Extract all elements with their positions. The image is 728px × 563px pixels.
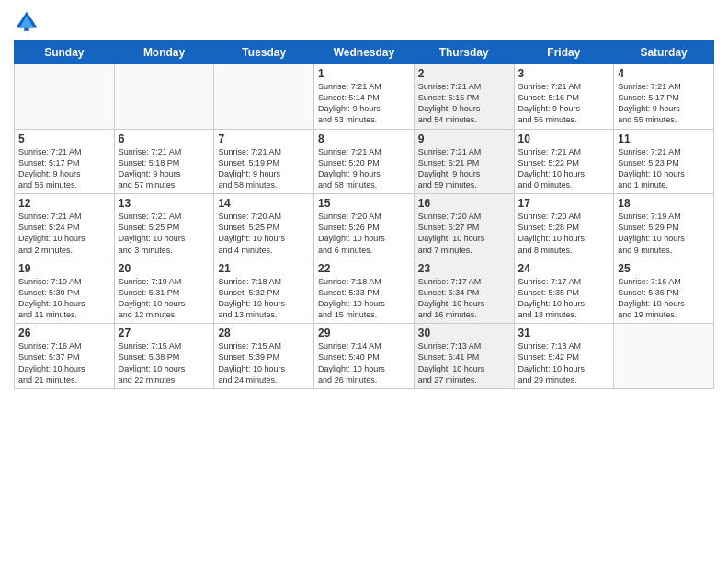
day-number: 24 (518, 262, 610, 275)
day-info: Sunrise: 7:15 AM Sunset: 5:39 PM Dayligh… (218, 340, 310, 385)
day-info: Sunrise: 7:18 AM Sunset: 5:32 PM Dayligh… (218, 276, 310, 321)
logo (14, 9, 43, 35)
header (14, 9, 714, 35)
header-cell-monday: Monday (114, 41, 214, 64)
day-number: 7 (218, 132, 310, 145)
day-info: Sunrise: 7:21 AM Sunset: 5:14 PM Dayligh… (318, 81, 410, 126)
day-number: 22 (318, 262, 410, 275)
week-row-3: 12Sunrise: 7:21 AM Sunset: 5:24 PM Dayli… (15, 194, 714, 259)
header-cell-sunday: Sunday (15, 41, 115, 64)
day-cell (214, 64, 314, 130)
day-number: 4 (618, 67, 710, 80)
day-cell: 17Sunrise: 7:20 AM Sunset: 5:28 PM Dayli… (514, 194, 614, 259)
day-info: Sunrise: 7:16 AM Sunset: 5:36 PM Dayligh… (618, 276, 710, 321)
logo-icon (14, 9, 40, 35)
day-number: 12 (18, 197, 110, 210)
day-info: Sunrise: 7:21 AM Sunset: 5:22 PM Dayligh… (518, 146, 610, 191)
day-info: Sunrise: 7:19 AM Sunset: 5:31 PM Dayligh… (119, 276, 210, 321)
day-cell: 25Sunrise: 7:16 AM Sunset: 5:36 PM Dayli… (614, 259, 714, 324)
day-cell: 18Sunrise: 7:19 AM Sunset: 5:29 PM Dayli… (614, 194, 714, 259)
day-cell: 7Sunrise: 7:21 AM Sunset: 5:19 PM Daylig… (214, 129, 314, 194)
day-info: Sunrise: 7:17 AM Sunset: 5:34 PM Dayligh… (418, 276, 510, 321)
header-cell-saturday: Saturday (614, 41, 714, 64)
day-cell: 31Sunrise: 7:13 AM Sunset: 5:42 PM Dayli… (514, 324, 614, 389)
day-cell: 30Sunrise: 7:13 AM Sunset: 5:41 PM Dayli… (414, 324, 514, 389)
week-row-5: 26Sunrise: 7:16 AM Sunset: 5:37 PM Dayli… (15, 324, 714, 389)
day-cell (15, 64, 115, 130)
day-cell: 6Sunrise: 7:21 AM Sunset: 5:18 PM Daylig… (114, 129, 214, 194)
day-info: Sunrise: 7:18 AM Sunset: 5:33 PM Dayligh… (318, 276, 410, 321)
day-cell: 28Sunrise: 7:15 AM Sunset: 5:39 PM Dayli… (214, 324, 314, 389)
day-number: 9 (418, 132, 510, 145)
day-info: Sunrise: 7:13 AM Sunset: 5:42 PM Dayligh… (518, 340, 610, 385)
day-info: Sunrise: 7:13 AM Sunset: 5:41 PM Dayligh… (418, 340, 510, 385)
day-cell: 29Sunrise: 7:14 AM Sunset: 5:40 PM Dayli… (314, 324, 415, 389)
day-info: Sunrise: 7:16 AM Sunset: 5:37 PM Dayligh… (18, 340, 110, 385)
day-cell: 5Sunrise: 7:21 AM Sunset: 5:17 PM Daylig… (15, 129, 115, 194)
week-row-4: 19Sunrise: 7:19 AM Sunset: 5:30 PM Dayli… (15, 259, 714, 324)
week-row-2: 5Sunrise: 7:21 AM Sunset: 5:17 PM Daylig… (15, 129, 714, 194)
day-number: 26 (18, 327, 110, 339)
header-row: SundayMondayTuesdayWednesdayThursdayFrid… (15, 41, 714, 64)
day-number: 30 (418, 327, 510, 339)
day-number: 25 (618, 262, 710, 275)
day-number: 23 (418, 262, 510, 275)
day-info: Sunrise: 7:20 AM Sunset: 5:26 PM Dayligh… (318, 211, 410, 256)
calendar-table: SundayMondayTuesdayWednesdayThursdayFrid… (14, 40, 714, 389)
day-number: 14 (218, 197, 310, 210)
day-cell: 4Sunrise: 7:21 AM Sunset: 5:17 PM Daylig… (614, 64, 714, 130)
day-info: Sunrise: 7:21 AM Sunset: 5:24 PM Dayligh… (18, 211, 110, 256)
day-info: Sunrise: 7:21 AM Sunset: 5:15 PM Dayligh… (418, 81, 510, 126)
day-info: Sunrise: 7:14 AM Sunset: 5:40 PM Dayligh… (318, 340, 410, 385)
day-info: Sunrise: 7:21 AM Sunset: 5:20 PM Dayligh… (318, 146, 410, 191)
day-info: Sunrise: 7:20 AM Sunset: 5:28 PM Dayligh… (518, 211, 610, 256)
day-cell: 3Sunrise: 7:21 AM Sunset: 5:16 PM Daylig… (514, 64, 614, 130)
day-info: Sunrise: 7:15 AM Sunset: 5:38 PM Dayligh… (119, 340, 210, 385)
day-cell: 11Sunrise: 7:21 AM Sunset: 5:23 PM Dayli… (614, 129, 714, 194)
day-info: Sunrise: 7:21 AM Sunset: 5:19 PM Dayligh… (218, 146, 310, 191)
day-cell: 21Sunrise: 7:18 AM Sunset: 5:32 PM Dayli… (214, 259, 314, 324)
day-cell: 1Sunrise: 7:21 AM Sunset: 5:14 PM Daylig… (314, 64, 415, 130)
day-cell: 2Sunrise: 7:21 AM Sunset: 5:15 PM Daylig… (414, 64, 514, 130)
page-container: SundayMondayTuesdayWednesdayThursdayFrid… (0, 0, 728, 398)
week-row-1: 1Sunrise: 7:21 AM Sunset: 5:14 PM Daylig… (15, 64, 714, 130)
day-info: Sunrise: 7:21 AM Sunset: 5:17 PM Dayligh… (618, 81, 710, 126)
day-number: 5 (18, 132, 110, 145)
day-info: Sunrise: 7:21 AM Sunset: 5:25 PM Dayligh… (119, 211, 210, 256)
day-cell (114, 64, 214, 130)
day-number: 2 (418, 67, 510, 80)
day-number: 13 (119, 197, 210, 210)
day-info: Sunrise: 7:21 AM Sunset: 5:21 PM Dayligh… (418, 146, 510, 191)
header-cell-tuesday: Tuesday (214, 41, 314, 64)
header-cell-wednesday: Wednesday (314, 41, 415, 64)
day-info: Sunrise: 7:17 AM Sunset: 5:35 PM Dayligh… (518, 276, 610, 321)
day-number: 15 (318, 197, 410, 210)
day-number: 19 (18, 262, 110, 275)
header-cell-thursday: Thursday (414, 41, 514, 64)
day-number: 1 (318, 67, 410, 80)
day-number: 31 (518, 327, 610, 339)
calendar-header: SundayMondayTuesdayWednesdayThursdayFrid… (15, 41, 714, 64)
day-cell: 24Sunrise: 7:17 AM Sunset: 5:35 PM Dayli… (514, 259, 614, 324)
day-info: Sunrise: 7:19 AM Sunset: 5:30 PM Dayligh… (18, 276, 110, 321)
day-number: 3 (518, 67, 610, 80)
day-cell: 26Sunrise: 7:16 AM Sunset: 5:37 PM Dayli… (15, 324, 115, 389)
day-number: 18 (618, 197, 710, 210)
day-number: 11 (618, 132, 710, 145)
calendar-body: 1Sunrise: 7:21 AM Sunset: 5:14 PM Daylig… (15, 64, 714, 389)
svg-rect-2 (24, 28, 29, 31)
day-number: 16 (418, 197, 510, 210)
day-number: 10 (518, 132, 610, 145)
day-cell: 12Sunrise: 7:21 AM Sunset: 5:24 PM Dayli… (15, 194, 115, 259)
day-cell: 23Sunrise: 7:17 AM Sunset: 5:34 PM Dayli… (414, 259, 514, 324)
day-number: 27 (119, 327, 210, 339)
day-cell: 22Sunrise: 7:18 AM Sunset: 5:33 PM Dayli… (314, 259, 415, 324)
day-cell: 13Sunrise: 7:21 AM Sunset: 5:25 PM Dayli… (114, 194, 214, 259)
day-cell: 19Sunrise: 7:19 AM Sunset: 5:30 PM Dayli… (15, 259, 115, 324)
day-number: 6 (119, 132, 210, 145)
day-number: 21 (218, 262, 310, 275)
day-number: 17 (518, 197, 610, 210)
day-info: Sunrise: 7:19 AM Sunset: 5:29 PM Dayligh… (618, 211, 710, 256)
day-info: Sunrise: 7:21 AM Sunset: 5:16 PM Dayligh… (518, 81, 610, 126)
day-number: 8 (318, 132, 410, 145)
